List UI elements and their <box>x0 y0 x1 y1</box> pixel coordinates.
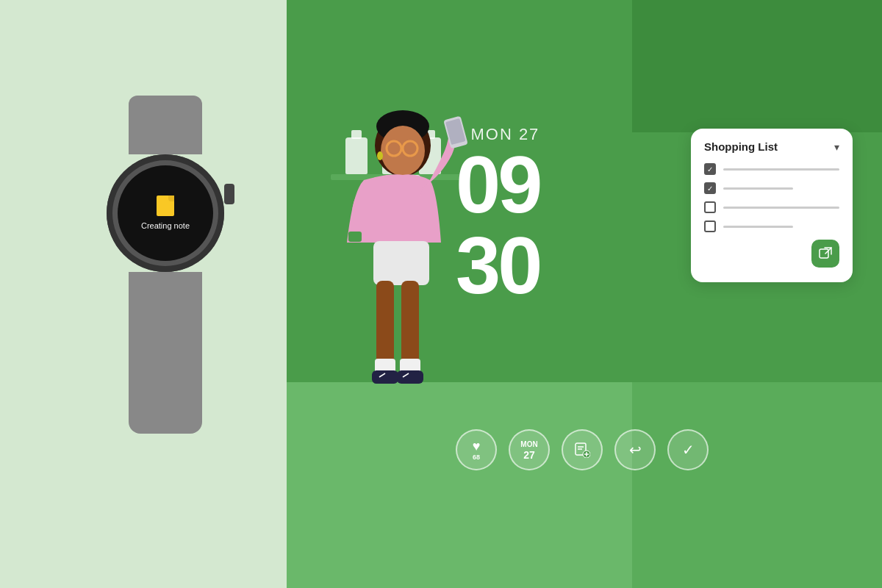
background-right-bottom <box>632 382 882 588</box>
calendar-button[interactable]: MON 27 <box>509 429 550 470</box>
watch-controls-bar: ♥ 68 MON 27 ↩ ✓ <box>456 429 709 470</box>
open-external-icon <box>818 246 833 261</box>
list-item <box>704 201 839 213</box>
svg-point-6 <box>377 151 383 160</box>
background-right-top <box>632 0 882 132</box>
svg-rect-17 <box>397 370 423 384</box>
undo-icon: ↩ <box>629 442 642 457</box>
list-item <box>704 163 839 175</box>
svg-rect-16 <box>372 370 398 384</box>
checkbox-3[interactable] <box>704 201 716 213</box>
heart-icon: ♥ <box>473 440 481 453</box>
calendar-day-label: MON <box>520 440 537 448</box>
watch-screen: Creating note <box>118 165 213 261</box>
open-button[interactable] <box>811 240 839 268</box>
checkbox-4[interactable] <box>704 220 716 232</box>
shopping-list-card: Shopping List ▾ <box>691 129 853 282</box>
checkmark-icon: ✓ <box>682 442 695 457</box>
watch-body: Creating note <box>107 154 224 272</box>
watch-band-top <box>129 96 202 154</box>
clock-minute: 30 <box>456 225 539 306</box>
watch-band-bottom <box>129 272 202 434</box>
checkbox-1[interactable] <box>704 163 716 175</box>
card-title: Shopping List <box>704 140 778 153</box>
watch-creating-note-label: Creating note <box>141 220 190 231</box>
item-line-2 <box>723 187 793 190</box>
checkbox-2[interactable] <box>704 182 716 194</box>
item-line-3 <box>723 207 839 209</box>
confirm-button[interactable]: ✓ <box>667 429 709 470</box>
list-item <box>704 182 839 194</box>
chevron-down-icon[interactable]: ▾ <box>834 141 839 153</box>
card-header: Shopping List ▾ <box>704 140 839 153</box>
svg-rect-20 <box>820 249 828 258</box>
add-note-button[interactable] <box>562 429 603 470</box>
svg-rect-10 <box>348 232 362 242</box>
svg-rect-12 <box>376 281 394 369</box>
watch-crown <box>224 184 234 204</box>
heart-rate-value: 68 <box>473 454 480 461</box>
item-line-1 <box>723 168 839 171</box>
heart-rate-button[interactable]: ♥ 68 <box>456 429 497 470</box>
clock-hour: 09 <box>456 144 539 225</box>
item-line-4 <box>723 226 793 228</box>
svg-rect-11 <box>373 241 429 285</box>
note-icon <box>157 196 174 216</box>
svg-rect-13 <box>401 281 419 369</box>
list-item <box>704 220 839 232</box>
undo-button[interactable]: ↩ <box>614 429 656 470</box>
smartwatch: Creating note <box>107 96 224 448</box>
add-note-icon <box>574 442 590 458</box>
calendar-date-value: 27 <box>523 450 535 460</box>
clock-display: MON 27 09 30 <box>456 125 539 306</box>
clock-day: MON 27 <box>456 125 539 144</box>
card-footer <box>704 240 839 268</box>
